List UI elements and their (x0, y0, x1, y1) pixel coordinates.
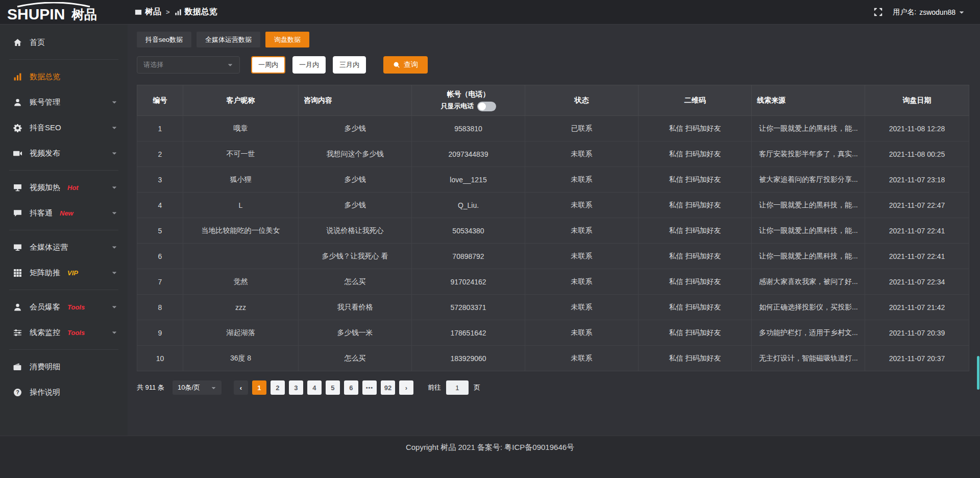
username-value: zswodun88 (919, 8, 955, 16)
cell-source-link[interactable]: 让你一眼就爱上的黑科技，能... (752, 116, 865, 141)
sidebar-item-clue-monitor[interactable]: 线索监控 Tools (0, 320, 128, 345)
range-button-week[interactable]: 一周内 (251, 56, 285, 74)
page-button-6[interactable]: 6 (344, 380, 358, 395)
sidebar-item-member-burst[interactable]: 会员爆客 Tools (0, 294, 128, 320)
search-button-label: 查询 (404, 60, 418, 69)
cell-qrcode-link[interactable]: 私信 扫码加好友 (639, 346, 752, 371)
table-row: 2 不可一世 我想问这个多少钱 2097344839 未联系 私信 扫码加好友 … (137, 141, 969, 167)
cell-source-link[interactable]: 让你一眼就爱上的黑科技，能... (752, 244, 865, 269)
fullscreen-icon[interactable] (874, 8, 883, 16)
next-page-button[interactable]: › (399, 380, 413, 395)
sidebar-item-video-publish[interactable]: 视频发布 (0, 140, 128, 166)
cell-status: 未联系 (525, 346, 639, 371)
filter-select[interactable]: 请选择 (137, 56, 240, 74)
cell-source-link[interactable]: 感谢大家喜欢我家，被问了好... (752, 269, 865, 295)
tab-douyin-seo-data[interactable]: 抖音seo数据 (137, 32, 191, 47)
sidebar-item-badge: Tools (67, 303, 85, 311)
page-button-3[interactable]: 3 (289, 380, 303, 395)
tab-media-ops-data[interactable]: 全媒体运营数据 (197, 32, 260, 47)
sidebar-item-label: 消费明细 (30, 362, 60, 372)
cell-qrcode-link[interactable]: 私信 扫码加好友 (639, 244, 752, 269)
prev-page-button[interactable]: ‹ (234, 380, 248, 395)
cell-qrcode-link[interactable]: 私信 扫码加好友 (639, 193, 752, 218)
phone-only-toggle[interactable] (477, 102, 496, 111)
sidebar-item-expense-detail[interactable]: 消费明细 (0, 354, 128, 379)
sidebar-item-badge: New (60, 209, 74, 217)
sidebar-item-douyin-seo[interactable]: 抖音SEO (0, 115, 128, 140)
range-button-month[interactable]: 一月内 (292, 56, 326, 74)
video-icon (13, 149, 22, 158)
range-button-quarter[interactable]: 三月内 (333, 56, 366, 74)
sidebar-item-label: 数据总览 (30, 72, 60, 82)
column-status: 状态 (525, 85, 639, 116)
user-menu[interactable]: 用户名: zswodun88 (893, 8, 965, 17)
person-icon (13, 303, 22, 312)
column-id: 编号 (137, 85, 183, 116)
page-button-1[interactable]: 1 (252, 380, 266, 395)
sidebar-item-label: 账号管理 (30, 98, 60, 107)
table-row: 6 多少钱？让我死心 看 70898792 未联系 私信 扫码加好友 让你一眼就… (137, 244, 969, 269)
breadcrumb-root[interactable]: 树品 (135, 7, 161, 17)
bar-chart-icon (175, 9, 182, 16)
sidebar-item-video-heat[interactable]: 视频加热 Hot (0, 175, 128, 200)
cell-source-link[interactable]: 让你一眼就爱上的黑科技，能... (752, 193, 865, 218)
sidebar-item-label: 会员爆客 (30, 302, 60, 312)
chevron-down-icon (111, 270, 117, 276)
cell-qrcode-link[interactable]: 私信 扫码加好友 (639, 141, 752, 167)
cell-status: 未联系 (525, 244, 639, 269)
inquiry-table: 编号 客户昵称 咨询内容 帐号（电话） 只显示电话 状态 二维码 线索来源 询盘… (137, 85, 969, 371)
cell-qrcode-link[interactable]: 私信 扫码加好友 (639, 218, 752, 244)
cell-qrcode-link[interactable]: 私信 扫码加好友 (639, 167, 752, 193)
sidebar-item-matrix-boost[interactable]: 矩阵助推 VIP (0, 260, 128, 285)
range-button-label: 一月内 (299, 60, 319, 69)
table-header-row: 编号 客户昵称 咨询内容 帐号（电话） 只显示电话 状态 二维码 线索来源 询盘… (137, 85, 969, 116)
cell-nickname: zzz (183, 295, 299, 320)
cell-qrcode-link[interactable]: 私信 扫码加好友 (639, 295, 752, 320)
cell-source-link[interactable]: 如何正确选择投影仪，买投影... (752, 295, 865, 320)
goto-page-input[interactable] (446, 380, 469, 395)
cell-qrcode-link[interactable]: 私信 扫码加好友 (639, 116, 752, 141)
cell-source-link[interactable]: 让你一眼就爱上的黑科技，能... (752, 218, 865, 244)
cell-id: 2 (137, 141, 183, 167)
cell-status: 已联系 (525, 116, 639, 141)
breadcrumb-current-label: 数据总览 (185, 7, 217, 17)
page-button-5[interactable]: 5 (326, 380, 340, 395)
sidebar-item-media-ops[interactable]: 全媒体运营 (0, 234, 128, 260)
cell-qrcode-link[interactable]: 私信 扫码加好友 (639, 269, 752, 295)
cell-nickname: 不可一世 (183, 141, 299, 167)
search-button[interactable]: 查询 (383, 56, 428, 74)
svg-text:?: ? (16, 390, 19, 395)
cell-content: 我想问这个多少钱 (299, 141, 412, 167)
cell-date: 2021-11-07 20:39 (865, 320, 969, 346)
cell-status: 未联系 (525, 218, 639, 244)
page-size-select[interactable]: 10条/页 (173, 380, 222, 395)
sidebar-item-douketong[interactable]: 抖客通 New (0, 200, 128, 226)
cell-source-link[interactable]: 多功能护栏灯，适用于乡村文... (752, 320, 865, 346)
breadcrumb-current[interactable]: 数据总览 (175, 7, 217, 17)
page-button-4[interactable]: 4 (307, 380, 322, 395)
sidebar-item-label: 线索监控 (30, 328, 60, 338)
sidebar-item-home[interactable]: 首页 (0, 30, 128, 55)
cell-source-link[interactable]: 被大家追着问的客厅投影分享... (752, 167, 865, 193)
page-button-92[interactable]: 92 (381, 380, 395, 395)
cell-qrcode-link[interactable]: 私信 扫码加好友 (639, 320, 752, 346)
page-button-more[interactable]: ••• (362, 380, 377, 395)
cell-nickname: 36度 8 (183, 346, 299, 371)
sidebar-item-label: 首页 (30, 38, 45, 47)
search-icon (393, 61, 400, 68)
topbar-right: 用户名: zswodun88 (874, 8, 980, 17)
tab-inquiry-data[interactable]: 询盘数据 (265, 32, 309, 47)
sidebar-item-instructions[interactable]: ? 操作说明 (0, 379, 128, 405)
sidebar-menu: 首页 数据总览 账号管理 抖音SEO 视频发布 视频加热 Hot 抖客通 New (0, 25, 128, 436)
sidebar-item-data-overview[interactable]: 数据总览 (0, 64, 128, 89)
cell-content: 多少钱 (299, 116, 412, 141)
sidebar-item-account-mgmt[interactable]: 账号管理 (0, 89, 128, 115)
cell-source-link[interactable]: 客厅安装投影半年多了，真实... (752, 141, 865, 167)
scrollbar-thumb[interactable] (977, 356, 979, 390)
app-logo: SHUPIN 树品 (0, 2, 128, 22)
table-row: 10 36度 8 怎么买 183929060 未联系 私信 扫码加好友 无主灯设… (137, 346, 969, 371)
page-button-2[interactable]: 2 (271, 380, 285, 395)
goto-label: 前往 (428, 383, 441, 392)
cell-source-link[interactable]: 无主灯设计，智能磁吸轨道灯... (752, 346, 865, 371)
cell-status: 未联系 (525, 167, 639, 193)
